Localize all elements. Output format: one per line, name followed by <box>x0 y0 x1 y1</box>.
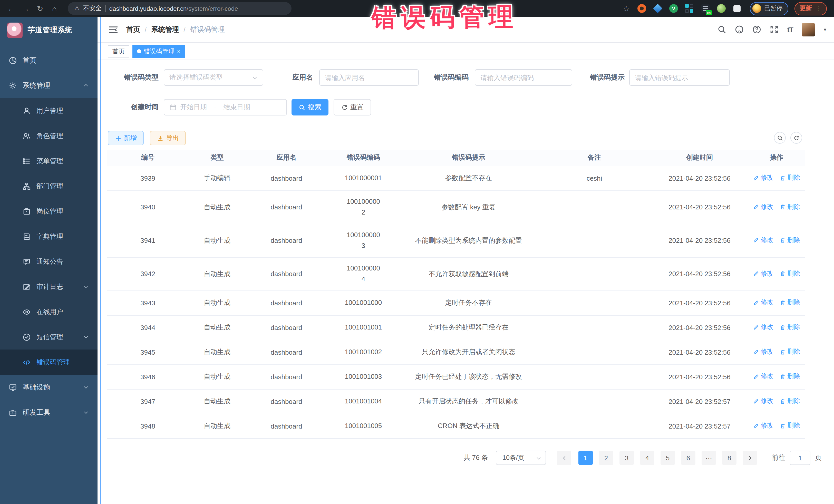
delete-label: 删除 <box>787 422 800 430</box>
edit-link[interactable]: 修改 <box>753 174 773 182</box>
date-range-picker[interactable]: 开始日期 - 结束日期 <box>164 99 287 115</box>
extension-gem-icon[interactable] <box>653 4 663 13</box>
error-code-input[interactable] <box>480 74 567 81</box>
dashboard-icon <box>9 56 17 64</box>
search-icon[interactable] <box>718 25 726 34</box>
edit-link[interactable]: 修改 <box>753 348 773 356</box>
extension-orange-icon[interactable] <box>637 4 646 13</box>
browser-home-icon[interactable]: ⌂ <box>48 2 61 15</box>
delete-link[interactable]: 删除 <box>780 372 800 381</box>
sidebar-item-label: 岗位管理 <box>37 206 63 216</box>
collapse-sidebar-icon[interactable] <box>109 25 118 34</box>
sidebar-item-dict-mgmt[interactable]: 字典管理 <box>0 224 97 249</box>
extension-key-icon[interactable] <box>717 4 726 13</box>
edit-label: 修改 <box>761 348 773 356</box>
table-row: 3944 自动生成 dashboard 1001001001 定时任务的处理器已… <box>107 315 805 340</box>
browser-back-icon[interactable]: ← <box>5 2 18 15</box>
show-search-toggle-button[interactable] <box>774 132 786 144</box>
app-name-input[interactable] <box>325 74 413 81</box>
edit-link[interactable]: 修改 <box>753 203 773 212</box>
bookmark-star-icon[interactable]: ☆ <box>623 4 630 13</box>
close-icon[interactable]: × <box>177 48 180 54</box>
sidebar-item-audit-log[interactable]: 审计日志 <box>0 274 97 299</box>
delete-link[interactable]: 删除 <box>780 203 800 212</box>
page-button-3[interactable]: 3 <box>619 451 634 465</box>
error-hint-input[interactable] <box>635 74 724 81</box>
sidebar-item-post-mgmt[interactable]: 岗位管理 <box>0 199 97 224</box>
breadcrumb-system[interactable]: 系统管理 <box>151 25 179 34</box>
next-page-button[interactable] <box>743 451 757 465</box>
font-size-icon[interactable]: tT <box>787 25 793 34</box>
page-ellipsis-button[interactable]: ··· <box>702 451 716 465</box>
export-button[interactable]: 导出 <box>150 131 186 145</box>
edit-link[interactable]: 修改 <box>753 422 773 430</box>
delete-link[interactable]: 删除 <box>780 269 800 278</box>
browser-update-button[interactable]: 更新 ⋮ <box>794 2 827 15</box>
edit-link[interactable]: 修改 <box>753 236 773 245</box>
delete-link[interactable]: 删除 <box>780 236 800 245</box>
error-type-select[interactable]: 请选择错误码类型 <box>164 69 263 86</box>
page-button-2[interactable]: 2 <box>599 451 613 465</box>
delete-link[interactable]: 删除 <box>780 397 800 406</box>
refresh-table-button[interactable] <box>790 132 802 144</box>
browser-profile-chip[interactable]: 已暂停 <box>750 2 788 15</box>
page-button-8[interactable]: 8 <box>722 451 737 465</box>
add-button[interactable]: 新增 <box>108 131 144 145</box>
app-logo-row[interactable]: 芋道管理系统 <box>0 17 97 44</box>
extension-green-icon[interactable]: V <box>669 4 678 13</box>
search-button[interactable]: 搜索 <box>291 99 328 115</box>
app-title: 芋道管理系统 <box>28 26 72 35</box>
page-button-6[interactable]: 6 <box>681 451 696 465</box>
delete-link[interactable]: 删除 <box>780 422 800 430</box>
edit-link[interactable]: 修改 <box>753 299 773 307</box>
browser-menu-kebab-icon[interactable]: ⋮ <box>816 6 822 11</box>
fullscreen-icon[interactable] <box>770 25 778 34</box>
sidebar-item-label: 短信管理 <box>37 332 63 342</box>
sidebar-item-user-mgmt[interactable]: 用户管理 <box>0 98 97 123</box>
sidebar-item-label: 字典管理 <box>37 232 63 241</box>
delete-link[interactable]: 删除 <box>780 299 800 307</box>
extension-grid-icon[interactable] <box>685 4 694 13</box>
prev-page-button[interactable] <box>557 451 571 465</box>
browser-forward-icon[interactable]: → <box>20 2 32 15</box>
caret-down-icon[interactable]: ▾ <box>824 27 826 32</box>
page-size-select[interactable]: 10条/页 <box>496 451 546 465</box>
sidebar-item-error-code-mgmt[interactable]: 错误码管理 <box>0 350 97 375</box>
delete-link[interactable]: 删除 <box>780 174 800 182</box>
breadcrumb-home[interactable]: 首页 <box>126 25 140 34</box>
sidebar-item-online-users[interactable]: 在线用户 <box>0 299 97 324</box>
edit-link[interactable]: 修改 <box>753 323 773 332</box>
page-button-1[interactable]: 1 <box>578 451 593 465</box>
tab-home[interactable]: 首页 <box>108 45 129 58</box>
sidebar-item-dev-tools[interactable]: 研发工具 <box>0 400 97 425</box>
page-button-5[interactable]: 5 <box>660 451 675 465</box>
browser-reload-icon[interactable]: ↻ <box>34 2 46 15</box>
goto-page-input[interactable] <box>790 451 810 465</box>
sidebar-item-notice-mgmt[interactable]: 通知公告 <box>0 249 97 274</box>
reset-button[interactable]: 重置 <box>334 99 371 115</box>
address-bar[interactable]: ⚠ 不安全 dashboard.yudao.iocoder.cn/system/… <box>68 2 291 15</box>
edit-link[interactable]: 修改 <box>753 372 773 381</box>
sidebar-item-sms-mgmt[interactable]: 短信管理 <box>0 324 97 350</box>
sidebar-item-menu-mgmt[interactable]: 菜单管理 <box>0 148 97 174</box>
sidebar-item-home[interactable]: 首页 <box>0 48 97 73</box>
sidebar-item-label: 部门管理 <box>37 181 63 191</box>
help-icon[interactable] <box>752 25 761 34</box>
extensions-puzzle-icon[interactable] <box>733 5 741 12</box>
sidebar-item-role-mgmt[interactable]: 角色管理 <box>0 123 97 148</box>
sidebar-item-dept-mgmt[interactable]: 部门管理 <box>0 174 97 199</box>
cell-id: 3947 <box>107 389 189 414</box>
extension-tabs-icon[interactable]: on <box>701 4 710 13</box>
user-avatar[interactable] <box>802 23 815 36</box>
delete-link[interactable]: 删除 <box>780 323 800 332</box>
sidebar-item-label: 菜单管理 <box>37 156 63 166</box>
sidebar-item-infrastructure[interactable]: 基础设施 <box>0 375 97 400</box>
delete-link[interactable]: 删除 <box>780 348 800 356</box>
edit-link[interactable]: 修改 <box>753 269 773 278</box>
github-icon[interactable] <box>735 25 744 34</box>
tab-error-code-mgmt[interactable]: 错误码管理 × <box>132 45 185 58</box>
download-icon <box>157 135 163 141</box>
sidebar-item-system[interactable]: 系统管理 <box>0 73 97 98</box>
page-button-4[interactable]: 4 <box>640 451 654 465</box>
edit-link[interactable]: 修改 <box>753 397 773 406</box>
